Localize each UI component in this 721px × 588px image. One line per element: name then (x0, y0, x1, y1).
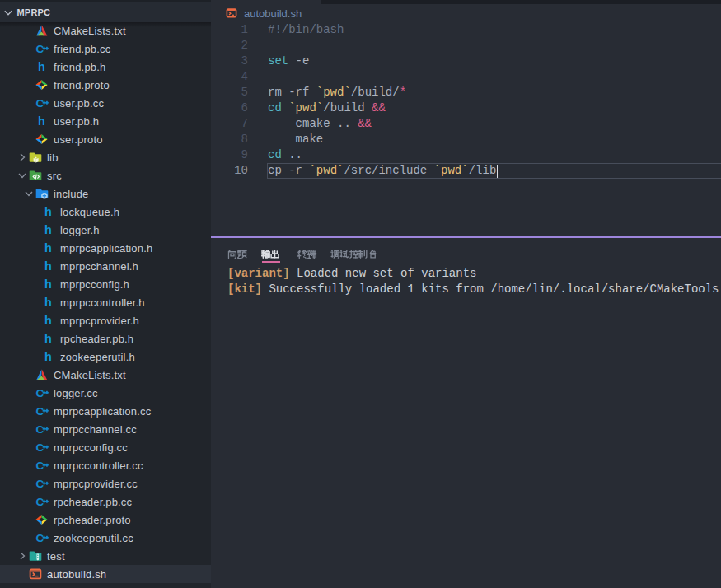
svg-text:h: h (38, 114, 45, 128)
svg-text:h: h (44, 296, 52, 309)
svg-text:h: h (44, 223, 52, 236)
svg-text:h: h (44, 205, 52, 218)
svg-text:h: h (44, 241, 52, 254)
svg-text:h: h (44, 332, 52, 345)
svg-text:h: h (38, 60, 45, 73)
svg-text:h: h (44, 278, 52, 291)
svg-text:h: h (44, 314, 52, 327)
svg-text:h: h (44, 350, 52, 363)
svg-text:h: h (44, 259, 52, 273)
